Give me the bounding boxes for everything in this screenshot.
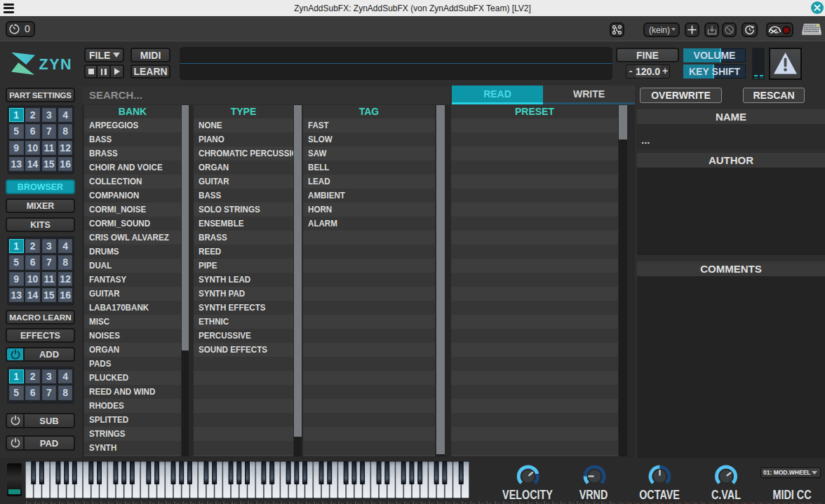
svg-text:ZYN: ZYN: [39, 56, 73, 73]
